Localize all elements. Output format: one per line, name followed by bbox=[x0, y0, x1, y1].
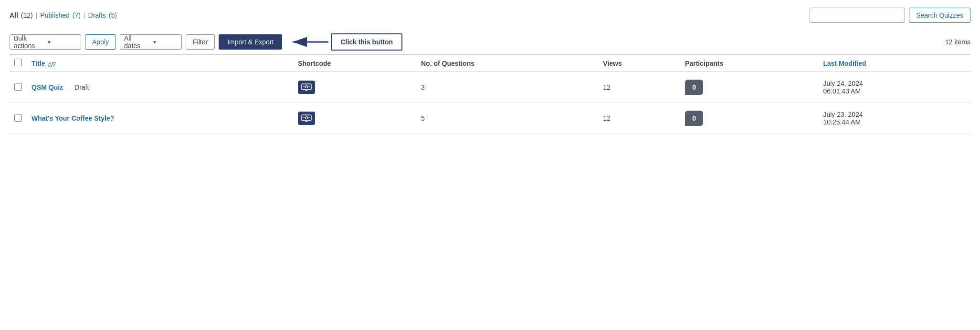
annotation-container: Click this button bbox=[288, 33, 402, 51]
filter-button[interactable]: Filter bbox=[186, 34, 215, 50]
items-count: 12 items bbox=[945, 38, 970, 46]
row1-views-cell: 12 bbox=[598, 72, 680, 103]
select-all-checkbox[interactable] bbox=[14, 59, 22, 66]
sort-title-link[interactable]: Title △▽ bbox=[32, 60, 55, 67]
arrow-icon bbox=[288, 33, 331, 51]
row1-questions-cell: 3 bbox=[416, 72, 598, 103]
sort-icon: △▽ bbox=[48, 61, 55, 67]
row1-modified-cell: July 24, 2024 06:01:43 AM bbox=[818, 72, 970, 103]
header-views: Views bbox=[598, 55, 680, 72]
top-bar: All (12) | Published (7) | Drafts (5) Se… bbox=[10, 8, 970, 23]
row1-checkbox[interactable] bbox=[14, 83, 22, 91]
tab-published[interactable]: Published (7) bbox=[40, 11, 81, 19]
row1-participants-badge: 0 bbox=[685, 80, 703, 95]
table-row: QSM Quiz — Draft bbox=[10, 72, 970, 103]
row2-modified-cell: July 23, 2024 10:25:44 AM bbox=[818, 103, 970, 134]
filter-tabs: All (12) | Published (7) | Drafts (5) bbox=[10, 11, 117, 19]
row1-participants-cell: 0 bbox=[680, 72, 818, 103]
search-input[interactable] bbox=[810, 8, 905, 23]
row1-shortcode-icon[interactable] bbox=[298, 81, 315, 94]
header-checkbox-col bbox=[10, 55, 27, 72]
chevron-down-icon-date: ▼ bbox=[152, 40, 178, 45]
svg-point-11 bbox=[306, 117, 308, 119]
bulk-actions-dropdown[interactable]: Bulk actions ▼ bbox=[10, 34, 81, 50]
row2-participants-cell: 0 bbox=[680, 103, 818, 134]
apply-button[interactable]: Apply bbox=[85, 34, 116, 50]
row2-title-link[interactable]: What's Your Coffee Style? bbox=[32, 114, 114, 122]
click-this-button[interactable]: Click this button bbox=[331, 33, 402, 51]
header-last-modified: Last Modified bbox=[818, 55, 970, 72]
monitor-icon bbox=[301, 83, 312, 91]
row2-participants-badge: 0 bbox=[685, 111, 703, 126]
row2-checkbox-cell bbox=[10, 103, 27, 134]
table-row: What's Your Coffee Style? bbox=[10, 103, 970, 134]
tab-drafts[interactable]: Drafts (5) bbox=[88, 11, 116, 19]
page-wrapper: All (12) | Published (7) | Drafts (5) Se… bbox=[0, 0, 980, 330]
quiz-table: Title △▽ Shortcode No. of Questions View… bbox=[10, 54, 970, 134]
row2-shortcode-cell bbox=[293, 103, 416, 134]
svg-point-5 bbox=[306, 86, 308, 88]
chevron-down-icon: ▼ bbox=[47, 40, 77, 45]
row1-checkbox-cell bbox=[10, 72, 27, 103]
row1-title-link[interactable]: QSM Quiz bbox=[32, 83, 63, 91]
sort-last-modified-link[interactable]: Last Modified bbox=[823, 60, 866, 67]
row2-checkbox[interactable] bbox=[14, 114, 22, 122]
row1-shortcode-cell bbox=[293, 72, 416, 103]
tab-all[interactable]: All (12) bbox=[10, 11, 33, 19]
header-shortcode: Shortcode bbox=[293, 55, 416, 72]
date-filter-dropdown[interactable]: All dates ▼ bbox=[120, 34, 182, 50]
row2-shortcode-icon[interactable] bbox=[298, 112, 315, 125]
search-area: Search Quizzes bbox=[810, 8, 970, 23]
search-quizzes-button[interactable]: Search Quizzes bbox=[909, 8, 970, 23]
monitor-icon-2 bbox=[301, 114, 312, 122]
row2-views-cell: 12 bbox=[598, 103, 680, 134]
row1-title-cell: QSM Quiz — Draft bbox=[27, 72, 293, 103]
row1-status-badge: — Draft bbox=[66, 83, 89, 91]
row2-questions-cell: 5 bbox=[416, 103, 598, 134]
separator-1: | bbox=[36, 11, 38, 19]
import-export-button[interactable]: Import & Export bbox=[219, 34, 282, 50]
header-participants: Participants bbox=[680, 55, 818, 72]
header-questions: No. of Questions bbox=[416, 55, 598, 72]
table-header-row: Title △▽ Shortcode No. of Questions View… bbox=[10, 55, 970, 72]
separator-2: | bbox=[84, 11, 85, 19]
header-title: Title △▽ bbox=[27, 55, 293, 72]
row2-title-cell: What's Your Coffee Style? bbox=[27, 103, 293, 134]
action-bar: Bulk actions ▼ Apply All dates ▼ Filter … bbox=[10, 30, 970, 54]
